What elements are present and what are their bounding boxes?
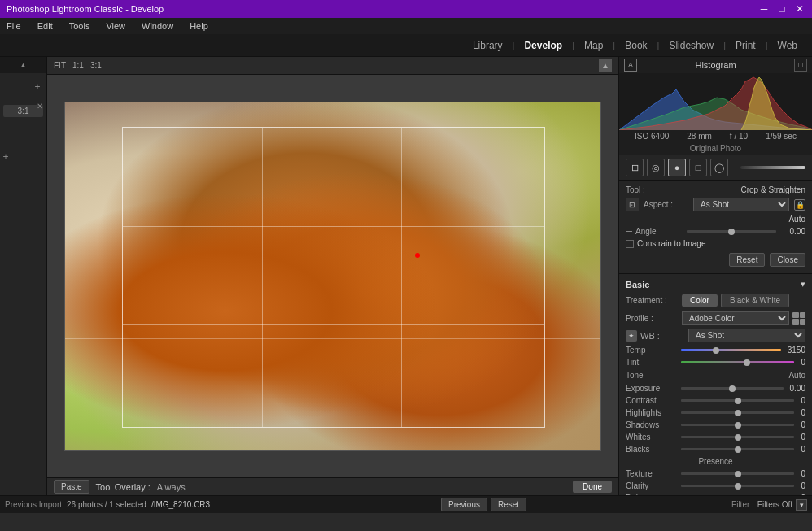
zoom-fit[interactable]: FIT	[54, 61, 66, 70]
constrain-checkbox[interactable]	[626, 240, 634, 248]
close-section-button[interactable]: ✕	[37, 102, 43, 111]
radial-filter-icon[interactable]: ◯	[710, 159, 728, 176]
bw-button[interactable]: Black & White	[721, 294, 789, 307]
tool-overlay-value[interactable]: Always	[157, 482, 186, 492]
photo-count: 26 photos / 1 selected	[67, 500, 146, 509]
tone-header: Tone Auto	[619, 368, 812, 382]
tool-overlay-label: Tool Overlay :	[96, 482, 151, 492]
clarity-slider[interactable]	[681, 485, 794, 487]
add-panel-button[interactable]: +	[32, 81, 43, 93]
lock-icon[interactable]: 🔒	[794, 199, 805, 211]
done-button[interactable]: Done	[573, 481, 612, 493]
photo-metadata: ISO 6400 28 mm f / 10 1/59 sec	[619, 130, 812, 142]
previous-import-label: Previous Import	[5, 500, 62, 509]
develop-bottom-bar: Previous Import 26 photos / 1 selected /…	[0, 495, 812, 513]
zoom-3-1[interactable]: 3:1	[90, 61, 102, 70]
temp-slider[interactable]	[681, 349, 781, 351]
canvas-area: FIT 1:1 3:1 ▲ Paste Tool O	[47, 57, 618, 495]
menu-help[interactable]: Help	[186, 20, 212, 33]
shadows-slider[interactable]	[681, 424, 794, 426]
auto-row: Auto	[619, 213, 812, 225]
histogram-title: Histogram	[695, 60, 736, 70]
tab-web[interactable]: Web	[771, 37, 804, 54]
crop-tool-icon[interactable]: ⊡	[626, 159, 644, 176]
profile-select[interactable]: Adobe Color Adobe Landscape Adobe Portra…	[682, 311, 789, 325]
crop-straighten-section: Tool : Crop & Straighten ⊡ Aspect : As S…	[619, 181, 812, 274]
basic-section: Basic ▾ Treatment : Color Black & White …	[619, 274, 812, 495]
filter-dropdown[interactable]: ▾	[796, 499, 807, 511]
tab-slideshow[interactable]: Slideshow	[662, 37, 720, 54]
exposure-slider[interactable]	[681, 387, 784, 390]
constrain-label: Constrain to Image	[637, 239, 706, 248]
original-photo-label: Original Photo	[619, 142, 812, 155]
menu-window[interactable]: Window	[138, 20, 177, 33]
wb-eyedropper[interactable]: ✦	[626, 330, 637, 342]
histogram-header: A Histogram □	[619, 57, 812, 73]
profile-row: Profile : Adobe Color Adobe Landscape Ad…	[619, 310, 812, 327]
menubar: File Edit Tools View Window Help	[0, 18, 812, 34]
blacks-slider[interactable]	[681, 448, 794, 450]
filters-off-value[interactable]: Filters Off	[757, 500, 792, 509]
highlights-slider[interactable]	[681, 411, 794, 414]
grid-browse-icon[interactable]	[792, 312, 805, 325]
shadows-row: Shadows 0	[619, 419, 812, 431]
collapse-panel-icon[interactable]: ▲	[599, 59, 612, 72]
contrast-slider[interactable]	[681, 399, 794, 402]
red-eye-icon[interactable]: ●	[668, 159, 686, 176]
spot-removal-icon[interactable]: ◎	[647, 159, 665, 176]
add-panel-button-2[interactable]: +	[0, 151, 11, 163]
focal-value: 28 mm	[687, 132, 712, 141]
left-panel-section-1: ✕ 3:1	[0, 98, 46, 124]
menu-edit[interactable]: Edit	[34, 20, 56, 33]
tint-row: Tint 0	[619, 356, 812, 368]
tab-book[interactable]: Book	[618, 37, 653, 54]
histogram-expand[interactable]: □	[794, 59, 807, 72]
basic-header[interactable]: Basic ▾	[619, 277, 812, 291]
close-button[interactable]: ✕	[794, 3, 805, 15]
close-crop-button[interactable]: Close	[770, 253, 805, 267]
histogram-section: A Histogram □	[619, 57, 812, 155]
highlights-row: Highlights 0	[619, 407, 812, 419]
menu-tools[interactable]: Tools	[66, 20, 94, 33]
red-clipping-indicator	[415, 253, 420, 258]
tab-develop[interactable]: Develop	[517, 37, 569, 54]
menu-file[interactable]: File	[3, 20, 24, 33]
dehaze-row: Dehaze 0	[619, 492, 812, 495]
zoom-1-1[interactable]: 1:1	[72, 61, 84, 70]
paste-button[interactable]: Paste	[54, 480, 89, 494]
texture-row: Texture 0	[619, 468, 812, 480]
tab-library[interactable]: Library	[466, 37, 509, 54]
blacks-row: Blacks 0	[619, 443, 812, 455]
maximize-button[interactable]: □	[776, 3, 788, 15]
aperture-value: f / 10	[730, 132, 748, 141]
histogram-icon: A	[624, 59, 637, 72]
previous-button[interactable]: Previous	[441, 498, 487, 511]
filter-label: Filter :	[731, 500, 754, 509]
angle-value: 0.00	[783, 227, 805, 236]
tool-value: Crop & Straighten	[741, 185, 806, 194]
tab-print[interactable]: Print	[729, 37, 762, 54]
aspect-select[interactable]: As Shot Original Custom	[693, 198, 789, 211]
tone-slider-icon	[740, 166, 805, 169]
main-area: ▲ + ✕ 3:1 + FIT 1:1 3:1 ▲	[0, 57, 812, 495]
constrain-row: Constrain to Image	[619, 237, 812, 250]
aspect-row: ⊡ Aspect : As Shot Original Custom 🔒	[619, 196, 812, 213]
auto-label[interactable]: Auto	[788, 215, 805, 224]
whites-slider[interactable]	[681, 436, 794, 438]
temp-row: Temp 3150	[619, 344, 812, 356]
angle-slider[interactable]	[687, 230, 776, 233]
photo-canvas[interactable]	[64, 102, 601, 451]
tint-slider[interactable]	[681, 361, 794, 363]
color-button[interactable]: Color	[682, 294, 718, 307]
tab-map[interactable]: Map	[578, 37, 609, 54]
reset-button[interactable]: Reset	[491, 498, 526, 511]
graduated-filter-icon[interactable]: □	[689, 159, 707, 176]
minimize-button[interactable]: ─	[758, 3, 770, 15]
texture-slider[interactable]	[681, 472, 794, 475]
wb-select[interactable]: As Shot Auto Daylight Cloudy Custom	[688, 329, 805, 342]
menu-view[interactable]: View	[103, 20, 129, 33]
canvas-toolbar: FIT 1:1 3:1 ▲	[47, 57, 618, 75]
right-panel: A Histogram □	[618, 57, 812, 495]
reset-crop-button[interactable]: Reset	[729, 253, 765, 267]
left-panel-toggle[interactable]: ▲	[0, 57, 46, 73]
